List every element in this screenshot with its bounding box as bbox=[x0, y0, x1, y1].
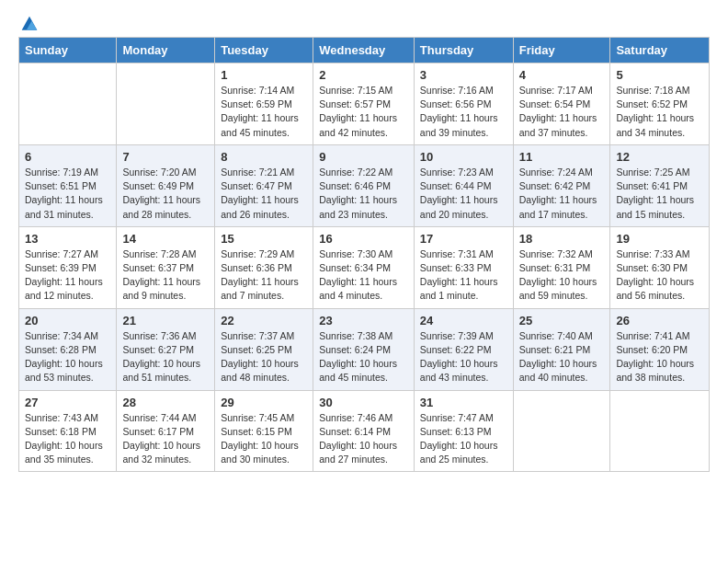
page: SundayMondayTuesdayWednesdayThursdayFrid… bbox=[0, 0, 728, 487]
calendar-day-header: Wednesday bbox=[313, 38, 415, 63]
day-number: 26 bbox=[616, 314, 703, 327]
day-number: 28 bbox=[122, 396, 209, 409]
day-number: 30 bbox=[319, 396, 408, 409]
calendar-cell: 12Sunrise: 7:25 AM Sunset: 6:41 PM Dayli… bbox=[610, 144, 710, 226]
calendar-cell: 9Sunrise: 7:22 AM Sunset: 6:46 PM Daylig… bbox=[313, 144, 415, 226]
calendar-cell: 16Sunrise: 7:30 AM Sunset: 6:34 PM Dayli… bbox=[313, 226, 415, 308]
cell-content: Sunrise: 7:43 AM Sunset: 6:18 PM Dayligh… bbox=[25, 411, 110, 467]
calendar-cell bbox=[117, 63, 215, 145]
day-number: 6 bbox=[25, 150, 110, 164]
day-number: 13 bbox=[25, 232, 110, 246]
day-number: 15 bbox=[221, 232, 307, 246]
cell-content: Sunrise: 7:29 AM Sunset: 6:36 PM Dayligh… bbox=[221, 247, 307, 304]
calendar-cell: 31Sunrise: 7:47 AM Sunset: 6:13 PM Dayli… bbox=[414, 390, 513, 472]
cell-content: Sunrise: 7:34 AM Sunset: 6:28 PM Dayligh… bbox=[25, 329, 110, 385]
day-number: 9 bbox=[319, 150, 408, 164]
day-number: 11 bbox=[519, 150, 605, 164]
calendar-cell: 27Sunrise: 7:43 AM Sunset: 6:18 PM Dayli… bbox=[19, 390, 117, 472]
day-number: 19 bbox=[616, 232, 703, 246]
calendar-cell bbox=[610, 390, 710, 472]
day-number: 25 bbox=[519, 314, 605, 327]
calendar-cell: 28Sunrise: 7:44 AM Sunset: 6:17 PM Dayli… bbox=[117, 390, 215, 472]
day-number: 23 bbox=[319, 314, 408, 327]
cell-content: Sunrise: 7:23 AM Sunset: 6:44 PM Dayligh… bbox=[420, 166, 507, 222]
day-number: 31 bbox=[420, 396, 507, 409]
calendar-cell: 8Sunrise: 7:21 AM Sunset: 6:47 PM Daylig… bbox=[215, 144, 313, 226]
cell-content: Sunrise: 7:31 AM Sunset: 6:33 PM Dayligh… bbox=[420, 247, 507, 304]
calendar-cell: 6Sunrise: 7:19 AM Sunset: 6:51 PM Daylig… bbox=[19, 144, 117, 226]
calendar-week-row: 27Sunrise: 7:43 AM Sunset: 6:18 PM Dayli… bbox=[19, 390, 710, 472]
cell-content: Sunrise: 7:45 AM Sunset: 6:15 PM Dayligh… bbox=[221, 411, 307, 467]
day-number: 22 bbox=[221, 314, 307, 327]
calendar-cell: 22Sunrise: 7:37 AM Sunset: 6:25 PM Dayli… bbox=[215, 308, 313, 390]
cell-content: Sunrise: 7:33 AM Sunset: 6:30 PM Dayligh… bbox=[616, 247, 703, 304]
cell-content: Sunrise: 7:21 AM Sunset: 6:47 PM Dayligh… bbox=[221, 166, 307, 222]
calendar-cell: 5Sunrise: 7:18 AM Sunset: 6:52 PM Daylig… bbox=[610, 63, 710, 145]
logo bbox=[18, 15, 39, 29]
cell-content: Sunrise: 7:18 AM Sunset: 6:52 PM Dayligh… bbox=[616, 84, 703, 140]
calendar-cell: 17Sunrise: 7:31 AM Sunset: 6:33 PM Dayli… bbox=[414, 226, 513, 308]
cell-content: Sunrise: 7:47 AM Sunset: 6:13 PM Dayligh… bbox=[420, 411, 507, 467]
day-number: 16 bbox=[319, 232, 408, 246]
cell-content: Sunrise: 7:20 AM Sunset: 6:49 PM Dayligh… bbox=[122, 166, 209, 222]
calendar-table: SundayMondayTuesdayWednesdayThursdayFrid… bbox=[18, 37, 710, 472]
calendar-cell: 29Sunrise: 7:45 AM Sunset: 6:15 PM Dayli… bbox=[215, 390, 313, 472]
calendar-week-row: 20Sunrise: 7:34 AM Sunset: 6:28 PM Dayli… bbox=[19, 308, 710, 390]
cell-content: Sunrise: 7:19 AM Sunset: 6:51 PM Dayligh… bbox=[25, 166, 110, 222]
calendar-day-header: Monday bbox=[117, 38, 215, 63]
calendar-cell: 14Sunrise: 7:28 AM Sunset: 6:37 PM Dayli… bbox=[117, 226, 215, 308]
cell-content: Sunrise: 7:32 AM Sunset: 6:31 PM Dayligh… bbox=[519, 247, 605, 304]
cell-content: Sunrise: 7:37 AM Sunset: 6:25 PM Dayligh… bbox=[221, 329, 307, 385]
calendar-cell: 13Sunrise: 7:27 AM Sunset: 6:39 PM Dayli… bbox=[19, 226, 117, 308]
day-number: 27 bbox=[25, 396, 110, 409]
cell-content: Sunrise: 7:41 AM Sunset: 6:20 PM Dayligh… bbox=[616, 329, 703, 385]
calendar-week-row: 13Sunrise: 7:27 AM Sunset: 6:39 PM Dayli… bbox=[19, 226, 710, 308]
cell-content: Sunrise: 7:46 AM Sunset: 6:14 PM Dayligh… bbox=[319, 411, 408, 467]
cell-content: Sunrise: 7:27 AM Sunset: 6:39 PM Dayligh… bbox=[25, 247, 110, 304]
cell-content: Sunrise: 7:38 AM Sunset: 6:24 PM Dayligh… bbox=[319, 329, 408, 385]
day-number: 7 bbox=[122, 150, 209, 164]
cell-content: Sunrise: 7:17 AM Sunset: 6:54 PM Dayligh… bbox=[519, 84, 605, 140]
cell-content: Sunrise: 7:14 AM Sunset: 6:59 PM Dayligh… bbox=[221, 84, 307, 140]
calendar-cell: 3Sunrise: 7:16 AM Sunset: 6:56 PM Daylig… bbox=[414, 63, 513, 145]
day-number: 2 bbox=[319, 68, 408, 82]
calendar-cell: 23Sunrise: 7:38 AM Sunset: 6:24 PM Dayli… bbox=[313, 308, 415, 390]
cell-content: Sunrise: 7:28 AM Sunset: 6:37 PM Dayligh… bbox=[122, 247, 209, 304]
day-number: 24 bbox=[420, 314, 507, 327]
day-number: 21 bbox=[122, 314, 209, 327]
cell-content: Sunrise: 7:22 AM Sunset: 6:46 PM Dayligh… bbox=[319, 166, 408, 222]
cell-content: Sunrise: 7:24 AM Sunset: 6:42 PM Dayligh… bbox=[519, 166, 605, 222]
calendar-week-row: 1Sunrise: 7:14 AM Sunset: 6:59 PM Daylig… bbox=[19, 63, 710, 145]
day-number: 12 bbox=[616, 150, 703, 164]
calendar-cell: 2Sunrise: 7:15 AM Sunset: 6:57 PM Daylig… bbox=[313, 63, 415, 145]
cell-content: Sunrise: 7:40 AM Sunset: 6:21 PM Dayligh… bbox=[519, 329, 605, 385]
calendar-cell: 1Sunrise: 7:14 AM Sunset: 6:59 PM Daylig… bbox=[215, 63, 313, 145]
cell-content: Sunrise: 7:36 AM Sunset: 6:27 PM Dayligh… bbox=[122, 329, 209, 385]
cell-content: Sunrise: 7:44 AM Sunset: 6:17 PM Dayligh… bbox=[122, 411, 209, 467]
calendar-cell: 21Sunrise: 7:36 AM Sunset: 6:27 PM Dayli… bbox=[117, 308, 215, 390]
calendar-cell: 19Sunrise: 7:33 AM Sunset: 6:30 PM Dayli… bbox=[610, 226, 710, 308]
calendar-cell bbox=[19, 63, 117, 145]
calendar-cell: 15Sunrise: 7:29 AM Sunset: 6:36 PM Dayli… bbox=[215, 226, 313, 308]
day-number: 20 bbox=[25, 314, 110, 327]
logo-icon bbox=[20, 15, 39, 33]
day-number: 10 bbox=[420, 150, 507, 164]
day-number: 8 bbox=[221, 150, 307, 164]
day-number: 4 bbox=[519, 68, 605, 82]
header bbox=[18, 15, 710, 29]
cell-content: Sunrise: 7:15 AM Sunset: 6:57 PM Dayligh… bbox=[319, 84, 408, 140]
calendar-header-row: SundayMondayTuesdayWednesdayThursdayFrid… bbox=[19, 38, 710, 63]
cell-content: Sunrise: 7:39 AM Sunset: 6:22 PM Dayligh… bbox=[420, 329, 507, 385]
calendar-cell: 11Sunrise: 7:24 AM Sunset: 6:42 PM Dayli… bbox=[513, 144, 610, 226]
calendar-cell: 24Sunrise: 7:39 AM Sunset: 6:22 PM Dayli… bbox=[414, 308, 513, 390]
calendar-day-header: Saturday bbox=[610, 38, 710, 63]
calendar-cell: 4Sunrise: 7:17 AM Sunset: 6:54 PM Daylig… bbox=[513, 63, 610, 145]
day-number: 5 bbox=[616, 68, 703, 82]
calendar-cell: 20Sunrise: 7:34 AM Sunset: 6:28 PM Dayli… bbox=[19, 308, 117, 390]
day-number: 18 bbox=[519, 232, 605, 246]
calendar-day-header: Sunday bbox=[19, 38, 117, 63]
calendar-cell: 25Sunrise: 7:40 AM Sunset: 6:21 PM Dayli… bbox=[513, 308, 610, 390]
day-number: 29 bbox=[221, 396, 307, 409]
calendar-cell: 18Sunrise: 7:32 AM Sunset: 6:31 PM Dayli… bbox=[513, 226, 610, 308]
day-number: 14 bbox=[122, 232, 209, 246]
